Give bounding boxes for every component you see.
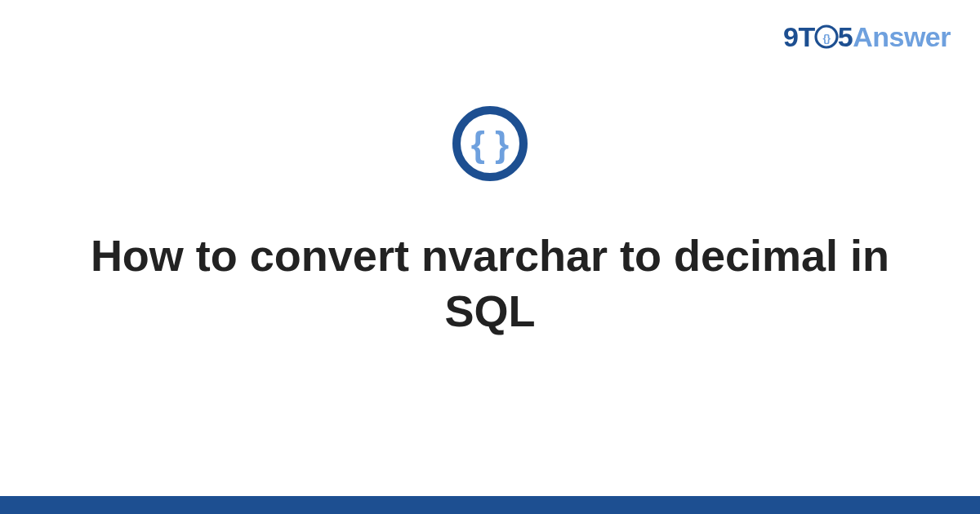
page-title: How to convert nvarchar to decimal in SQ… xyxy=(0,228,980,339)
svg-text:{}: {} xyxy=(822,32,831,44)
braces-circle-icon: { } xyxy=(451,104,529,186)
footer-accent-bar xyxy=(0,496,980,514)
logo-text-9t: 9T xyxy=(783,21,815,52)
logo-braces-o-icon: {} xyxy=(814,24,839,53)
svg-text:{ }: { } xyxy=(471,124,509,164)
site-logo: 9T{}5Answer xyxy=(783,23,951,53)
logo-text-answer: Answer xyxy=(853,21,951,52)
logo-text-5: 5 xyxy=(838,21,853,52)
